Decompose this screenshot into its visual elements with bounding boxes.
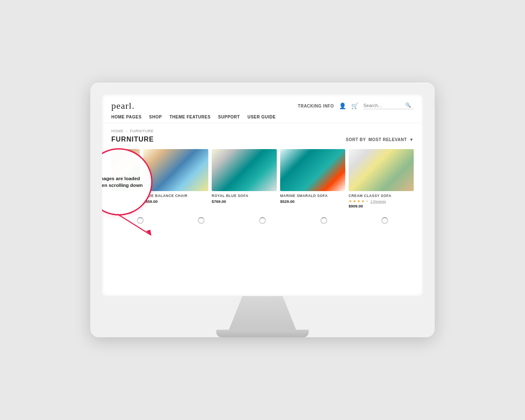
user-icon[interactable]: 👤 — [339, 102, 346, 109]
spinner-3 — [234, 215, 291, 226]
product-price: $459.00 — [143, 199, 208, 204]
star-5: ★ — [365, 199, 369, 203]
tracking-info-label[interactable]: TRACKING INFO — [298, 104, 334, 108]
loading-icon — [320, 217, 327, 224]
site-content: Images are loaded when scrolling down HO… — [102, 123, 423, 236]
header-top: pearl. TRACKING INFO 👤 🛒 🔍 — [111, 100, 414, 111]
chevron-down-icon: ▼ — [410, 137, 414, 142]
loading-icon — [259, 217, 266, 224]
nav-home-pages[interactable]: HOME PAGES — [111, 115, 142, 119]
product-price: $909.00 — [349, 204, 414, 208]
breadcrumb-current: FURNITURE — [130, 129, 154, 133]
page-header: FURNITURE SORT BY MOST RELEVANT ▼ — [111, 136, 414, 143]
search-bar[interactable]: 🔍 — [363, 102, 414, 109]
nav-support[interactable]: SUPPORT — [218, 115, 240, 119]
list-item[interactable]: ROYAL BLUE SOFA $769.00 — [212, 149, 277, 210]
product-image — [143, 149, 208, 191]
spinner-5 — [356, 215, 414, 226]
product-image — [349, 149, 414, 191]
sort-by-label: SORT BY — [346, 137, 366, 142]
loading-icon — [198, 217, 205, 224]
product-price: $769.00 — [212, 199, 277, 204]
spinner-4 — [295, 215, 353, 226]
star-4: ★ — [361, 199, 365, 203]
product-name: CREAM CLASSY SOFA — [349, 194, 414, 198]
breadcrumb-home[interactable]: HOME — [111, 129, 123, 133]
product-name: ROYAL BLUE SOFA — [212, 194, 277, 198]
spinner-2 — [173, 215, 231, 226]
star-3: ★ — [357, 199, 360, 203]
logo[interactable]: pearl. — [111, 100, 134, 111]
loading-icon — [381, 217, 388, 224]
search-input[interactable] — [363, 103, 405, 108]
star-2: ★ — [353, 199, 356, 203]
loading-row — [111, 215, 414, 230]
product-rating: ★ ★ ★ ★ ★ 2 Reviews — [349, 199, 414, 203]
monitor-stand — [229, 296, 296, 330]
header-right: TRACKING INFO 👤 🛒 🔍 — [298, 102, 414, 109]
list-item[interactable]: MARINE SMARALD SOFA $529.00 — [280, 149, 345, 210]
product-image — [280, 149, 345, 191]
monitor: pearl. TRACKING INFO 👤 🛒 🔍 HOME PAGES SH… — [90, 83, 435, 337]
nav-shop[interactable]: SHOP — [149, 115, 162, 119]
site-header: pearl. TRACKING INFO 👤 🛒 🔍 HOME PAGES SH… — [102, 94, 423, 123]
list-item[interactable]: BLUE BALANCE CHAIR $459.00 — [143, 149, 208, 210]
product-name: MARINE SMARALD SOFA — [280, 194, 345, 198]
svg-marker-1 — [146, 230, 151, 235]
monitor-screen: pearl. TRACKING INFO 👤 🛒 🔍 HOME PAGES SH… — [102, 94, 423, 296]
products-grid: BLUE BALANCE CHAIR $459.00 ROYAL BLUE SO… — [111, 149, 414, 210]
star-1: ★ — [349, 199, 352, 203]
product-price: $529.00 — [280, 199, 345, 204]
nav-theme-features[interactable]: THEME FEATURES — [169, 115, 210, 119]
loading-icon — [137, 217, 144, 224]
search-icon[interactable]: 🔍 — [405, 102, 411, 108]
sort-by-value: MOST RELEVANT — [368, 137, 407, 142]
sort-by-control[interactable]: SORT BY MOST RELEVANT ▼ — [346, 137, 414, 142]
spinner-1 — [111, 215, 169, 226]
page-title: FURNITURE — [111, 136, 154, 143]
cart-icon[interactable]: 🛒 — [351, 102, 358, 109]
list-item[interactable] — [111, 149, 140, 210]
list-item[interactable]: CREAM CLASSY SOFA ★ ★ ★ ★ ★ 2 Reviews $9… — [349, 149, 414, 210]
product-name: BLUE BALANCE CHAIR — [143, 194, 208, 198]
breadcrumb: HOME › FURNITURE — [111, 129, 414, 133]
product-image — [212, 149, 277, 191]
product-reviews-link[interactable]: 2 Reviews — [370, 200, 386, 203]
nav-user-guide[interactable]: USER GUIDE — [247, 115, 276, 119]
product-image — [111, 149, 140, 191]
nav-menu: HOME PAGES SHOP THEME FEATURES SUPPORT U… — [111, 115, 414, 123]
monitor-base — [216, 330, 309, 337]
breadcrumb-separator: › — [126, 129, 128, 133]
